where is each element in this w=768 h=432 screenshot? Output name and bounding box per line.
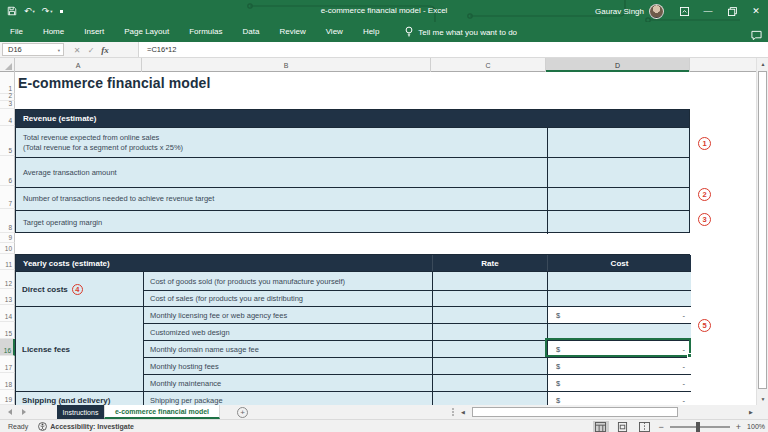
restore-button[interactable] <box>720 0 744 22</box>
save-button[interactable] <box>4 0 20 22</box>
cell-C14[interactable] <box>432 306 547 323</box>
horizontal-scrollbar-thumb[interactable] <box>472 407 678 417</box>
cell-C19[interactable] <box>432 391 547 405</box>
row-header-15[interactable]: 15 <box>0 322 15 339</box>
cell-C16[interactable] <box>432 340 547 357</box>
customize-qat-button[interactable] <box>57 0 66 22</box>
cell-D6[interactable] <box>547 158 689 187</box>
scroll-left-button[interactable]: ◀ <box>458 407 468 417</box>
column-header-b[interactable]: B <box>142 58 431 72</box>
row-header-19[interactable]: 19 <box>0 390 15 405</box>
cell-C12[interactable] <box>432 271 547 290</box>
tab-insert[interactable]: Insert <box>74 22 114 42</box>
cell-B14[interactable]: Monthly licensing fee or web agency fees <box>143 306 432 323</box>
column-header-d[interactable]: D <box>546 58 690 72</box>
row-header-6[interactable]: 6 <box>0 156 15 186</box>
select-all-corner[interactable] <box>0 58 15 72</box>
table-row[interactable]: Average transaction amount <box>16 157 689 187</box>
cell-C15[interactable] <box>432 323 547 340</box>
accessibility-checker[interactable]: Accessibility: Investigate <box>38 422 134 431</box>
sheet-nav-right-icon[interactable] <box>22 409 26 415</box>
zoom-out-button[interactable]: − <box>659 422 664 432</box>
insert-function-button[interactable]: fx <box>98 45 112 55</box>
row-header-9[interactable]: 9 <box>0 233 15 243</box>
cost-column-header[interactable]: Cost <box>547 255 691 271</box>
cell-B13[interactable]: Cost of sales (for products you are dist… <box>143 290 432 306</box>
cell-C17[interactable] <box>432 357 547 374</box>
cell-C18[interactable] <box>432 374 547 391</box>
tab-data[interactable]: Data <box>233 22 270 42</box>
row-header-17[interactable]: 17 <box>0 356 15 373</box>
worksheet-grid[interactable]: 12345678910111213141516171819 E-commerce… <box>0 72 756 405</box>
account-menu[interactable]: Gaurav Singh <box>587 4 672 19</box>
sheet-nav-left-icon[interactable] <box>8 409 12 415</box>
cell-D19[interactable]: $- <box>547 391 691 405</box>
tab-review[interactable]: Review <box>269 22 315 42</box>
row-header-11[interactable]: 11 <box>0 254 15 270</box>
cell-B19[interactable]: Shipping per package <box>143 391 432 405</box>
page-layout-view-button[interactable] <box>615 421 631 432</box>
row-header-4[interactable]: 4 <box>0 109 15 126</box>
cell-D16-selected[interactable]: $- <box>547 340 691 357</box>
redo-button[interactable]: ↷▾ <box>39 0 56 22</box>
table-row[interactable]: Target operating margin <box>16 210 689 234</box>
group-cell-license-fees[interactable]: License fees <box>16 306 143 391</box>
cell-D17[interactable]: $- <box>547 357 691 374</box>
row-header-5[interactable]: 5 <box>0 126 15 156</box>
cell-B17[interactable]: Monthly hosting fees <box>143 357 432 374</box>
scroll-down-button[interactable]: ▼ <box>757 393 768 405</box>
cell-D14[interactable]: $- <box>547 306 691 323</box>
table-row[interactable]: Total revenue expected from online sales… <box>16 127 689 157</box>
cell-D12[interactable] <box>547 271 691 290</box>
row-header-10[interactable]: 10 <box>0 243 15 254</box>
row-header-7[interactable]: 7 <box>0 186 15 209</box>
cell-D18[interactable]: $- <box>547 374 691 391</box>
revenue-section-header[interactable]: Revenue (estimate) <box>16 110 689 127</box>
row-header-16[interactable]: 16 <box>0 339 15 356</box>
sheet-tab-instructions[interactable]: Instructions <box>57 405 104 419</box>
zoom-in-button[interactable]: + <box>736 422 741 432</box>
column-header-a[interactable]: A <box>15 58 142 72</box>
new-sheet-button[interactable]: + <box>237 407 248 418</box>
normal-view-button[interactable] <box>593 421 609 432</box>
row-header-3[interactable]: 3 <box>0 101 15 109</box>
page-break-preview-button[interactable] <box>637 421 653 432</box>
ribbon-display-options-button[interactable] <box>672 0 696 22</box>
rate-column-header[interactable]: Rate <box>432 255 547 271</box>
group-cell-direct-costs[interactable]: Direct costs 4 <box>16 271 143 306</box>
cancel-formula-button[interactable]: ✕ <box>70 46 84 55</box>
sheet-title-cell[interactable]: E-commerce financial model <box>18 75 210 91</box>
cell-D15[interactable] <box>547 323 691 340</box>
vertical-scrollbar-thumb[interactable] <box>758 71 767 389</box>
table-row[interactable]: Number of transactions needed to achieve… <box>16 187 689 210</box>
avatar[interactable] <box>649 4 664 19</box>
zoom-slider[interactable] <box>670 426 730 428</box>
tell-me-box[interactable]: Tell me what you want to do <box>405 26 517 38</box>
tab-page-layout[interactable]: Page Layout <box>114 22 179 42</box>
row-header-12[interactable]: 12 <box>0 270 15 289</box>
column-header-c[interactable]: C <box>431 58 546 72</box>
row-header-1[interactable]: 1 <box>0 72 15 94</box>
tab-formulas[interactable]: Formulas <box>179 22 232 42</box>
cell-B16[interactable]: Monthly domain name usage fee <box>143 340 432 357</box>
cell-B15[interactable]: Customized web design <box>143 323 432 340</box>
cell-D8[interactable] <box>547 211 689 234</box>
tab-help[interactable]: Help <box>353 22 389 42</box>
zoom-level[interactable]: 100% <box>747 423 765 430</box>
cell-D13[interactable] <box>547 290 691 306</box>
row-header-18[interactable]: 18 <box>0 373 15 390</box>
cell-B18[interactable]: Monthly maintenance <box>143 374 432 391</box>
close-button[interactable]: ✕ <box>744 0 768 22</box>
cell-B12[interactable]: Cost of goods sold (for products you man… <box>143 271 432 290</box>
cell-C13[interactable] <box>432 290 547 306</box>
cell-D7[interactable] <box>547 188 689 210</box>
scroll-right-button[interactable]: ▶ <box>746 407 756 417</box>
tab-view[interactable]: View <box>316 22 353 42</box>
row-header-8[interactable]: 8 <box>0 209 15 233</box>
scroll-up-button[interactable]: ▲ <box>757 58 768 70</box>
formula-input[interactable]: =C16*12 <box>138 42 768 57</box>
tab-home[interactable]: Home <box>33 22 74 42</box>
horizontal-scrollbar[interactable] <box>470 407 744 417</box>
zoom-slider-thumb[interactable] <box>696 422 700 432</box>
cell-D5[interactable] <box>547 128 689 157</box>
